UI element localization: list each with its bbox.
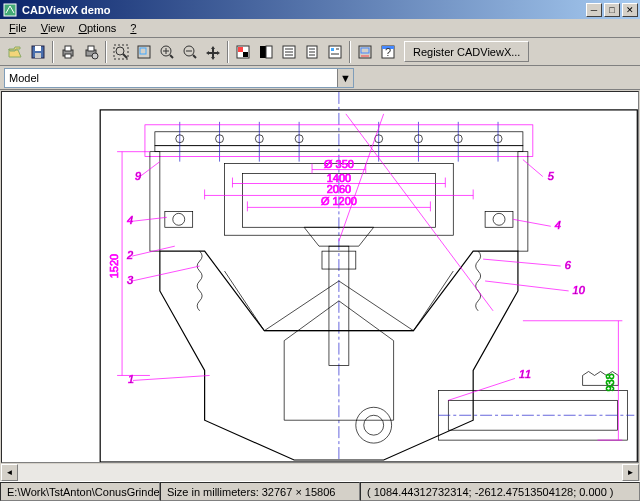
layout-combo[interactable]: Model ▼ (4, 68, 354, 88)
layout-icon[interactable] (354, 41, 376, 63)
menu-bar: File View Options ? (0, 19, 640, 38)
svg-line-16 (170, 55, 173, 58)
svg-rect-3 (35, 53, 41, 58)
scroll-right-icon[interactable]: ► (622, 464, 639, 481)
scroll-track[interactable] (18, 464, 622, 481)
status-bar: E:\Work\TstAnton\ConusGrinder.dxf Size i… (0, 481, 640, 501)
svg-line-102 (132, 217, 167, 221)
dim-1400: 1400 (327, 172, 351, 184)
close-button[interactable]: ✕ (622, 3, 638, 17)
toolbar: ? Register CADViewX... (0, 38, 640, 66)
zoom-window-icon[interactable] (133, 41, 155, 63)
scroll-left-icon[interactable]: ◄ (1, 464, 18, 481)
svg-line-104 (132, 266, 200, 281)
svg-line-111 (346, 114, 493, 311)
pan-icon[interactable] (202, 41, 224, 63)
callout-4: 4 (127, 214, 133, 226)
properties-icon[interactable] (278, 41, 300, 63)
zoom-out-icon[interactable] (179, 41, 201, 63)
svg-point-76 (173, 213, 185, 225)
svg-point-10 (116, 47, 124, 55)
dim-350: Ø 350 (324, 158, 354, 170)
svg-line-106 (523, 160, 543, 177)
svg-rect-74 (165, 211, 193, 227)
cad-drawing: Ø 350 1400 2060 Ø 1200 1520 938 (2, 92, 638, 462)
zoom-extents-icon[interactable] (110, 41, 132, 63)
callout-9: 6 (565, 259, 572, 271)
callout-10: 10 (573, 284, 585, 296)
svg-line-108 (483, 259, 561, 266)
status-size: Size in millimeters: 32767 × 15806 (160, 482, 360, 501)
svg-rect-8 (88, 46, 94, 51)
about-icon[interactable]: ? (377, 41, 399, 63)
svg-line-105 (133, 375, 210, 380)
maximize-button[interactable]: □ (604, 3, 620, 17)
svg-line-109 (485, 281, 569, 291)
svg-rect-68 (150, 152, 160, 251)
drawing-canvas[interactable]: Ø 350 1400 2060 Ø 1200 1520 938 (1, 91, 639, 463)
window-title: CADViewX demo (22, 4, 584, 16)
callout-6: 5 (548, 170, 555, 182)
app-icon (2, 2, 18, 18)
print-setup-icon[interactable] (80, 41, 102, 63)
chevron-down-icon[interactable]: ▼ (337, 69, 353, 87)
workspace: Ø 350 1400 2060 Ø 1200 1520 938 (0, 90, 640, 481)
dim-2060: 2060 (327, 183, 351, 195)
svg-point-9 (92, 53, 98, 59)
svg-rect-6 (65, 54, 71, 58)
status-path: E:\Work\TstAnton\ConusGrinder.dxf (0, 482, 160, 501)
svg-point-82 (364, 415, 384, 435)
menu-options[interactable]: Options (71, 20, 123, 36)
menu-help[interactable]: ? (123, 20, 143, 36)
callout-1: 1 (128, 373, 134, 385)
svg-rect-35 (329, 46, 341, 58)
svg-line-107 (513, 219, 551, 226)
svg-rect-23 (238, 47, 243, 52)
svg-point-77 (493, 213, 505, 225)
svg-rect-2 (35, 46, 41, 51)
layout-combo-value: Model (5, 72, 337, 84)
svg-line-110 (448, 378, 515, 400)
svg-line-11 (123, 54, 127, 58)
callout-3: 3 (127, 274, 133, 286)
register-button[interactable]: Register CADViewX... (404, 41, 529, 62)
svg-rect-75 (485, 211, 513, 227)
menu-view[interactable]: View (34, 20, 72, 36)
callout-4b: 4 (555, 219, 561, 231)
callout-11: 11 (519, 368, 531, 380)
dim-938: 938 (604, 373, 616, 391)
blackwhite-icon[interactable] (255, 41, 277, 63)
callout-2: 2 (126, 249, 133, 261)
svg-rect-26 (266, 46, 272, 58)
zoom-in-icon[interactable] (156, 41, 178, 63)
svg-rect-24 (243, 52, 248, 57)
minimize-button[interactable]: ─ (586, 3, 602, 17)
open-icon[interactable] (4, 41, 26, 63)
svg-rect-40 (361, 48, 369, 53)
svg-rect-36 (331, 48, 334, 51)
svg-rect-25 (260, 46, 266, 58)
status-coords: ( 1084.44312732314; -2612.47513504128; 0… (360, 482, 640, 501)
entity-info-icon[interactable] (324, 41, 346, 63)
layout-combo-row: Model ▼ (0, 66, 640, 90)
drawing-info-icon[interactable] (301, 41, 323, 63)
svg-rect-14 (140, 48, 146, 54)
svg-point-81 (356, 407, 392, 443)
svg-line-20 (193, 55, 196, 58)
menu-file[interactable]: File (2, 20, 34, 36)
title-bar: CADViewX demo ─ □ ✕ (0, 0, 640, 19)
svg-text:?: ? (385, 46, 391, 58)
layers-icon[interactable] (232, 41, 254, 63)
save-icon[interactable] (27, 41, 49, 63)
svg-rect-5 (65, 46, 71, 51)
dim-1520: 1520 (108, 254, 120, 278)
callout-5: 9 (135, 170, 141, 182)
svg-rect-45 (100, 110, 637, 462)
svg-rect-69 (518, 152, 528, 251)
print-icon[interactable] (57, 41, 79, 63)
horizontal-scrollbar[interactable]: ◄ ► (1, 464, 639, 481)
